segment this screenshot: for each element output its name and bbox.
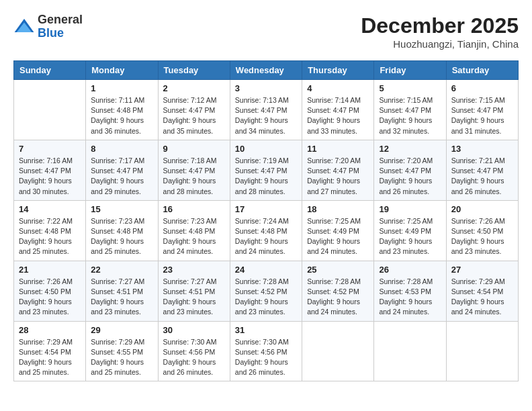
day-info: Sunrise: 7:20 AM Sunset: 4:47 PM Dayligh… <box>307 156 369 197</box>
calendar-cell: 9Sunrise: 7:18 AM Sunset: 4:47 PM Daylig… <box>158 140 230 200</box>
day-number: 17 <box>235 204 297 214</box>
calendar: SundayMondayTuesdayWednesdayThursdayFrid… <box>13 60 519 381</box>
title-area: December 2025 Huozhuangzi, Tianjin, Chin… <box>361 13 519 50</box>
day-number: 12 <box>379 144 441 154</box>
day-info: Sunrise: 7:20 AM Sunset: 4:47 PM Dayligh… <box>379 156 441 197</box>
day-info: Sunrise: 7:23 AM Sunset: 4:48 PM Dayligh… <box>91 216 152 257</box>
day-info: Sunrise: 7:30 AM Sunset: 4:56 PM Dayligh… <box>235 337 297 378</box>
week-row: 7Sunrise: 7:16 AM Sunset: 4:47 PM Daylig… <box>14 140 519 200</box>
day-number: 21 <box>19 265 81 275</box>
calendar-cell: 23Sunrise: 7:27 AM Sunset: 4:51 PM Dayli… <box>158 261 230 321</box>
day-number: 29 <box>91 325 152 335</box>
day-info: Sunrise: 7:14 AM Sunset: 4:47 PM Dayligh… <box>307 95 369 136</box>
column-header-sunday: Sunday <box>14 61 86 80</box>
day-number: 19 <box>379 204 441 214</box>
day-number: 6 <box>451 83 513 93</box>
day-info: Sunrise: 7:16 AM Sunset: 4:47 PM Dayligh… <box>19 156 81 197</box>
day-number: 10 <box>235 144 297 154</box>
calendar-cell: 24Sunrise: 7:28 AM Sunset: 4:52 PM Dayli… <box>230 261 302 321</box>
day-info: Sunrise: 7:22 AM Sunset: 4:48 PM Dayligh… <box>19 216 81 257</box>
day-info: Sunrise: 7:28 AM Sunset: 4:52 PM Dayligh… <box>235 277 297 318</box>
calendar-cell <box>446 321 518 381</box>
day-number: 31 <box>235 325 297 335</box>
calendar-cell: 22Sunrise: 7:27 AM Sunset: 4:51 PM Dayli… <box>86 261 158 321</box>
day-info: Sunrise: 7:15 AM Sunset: 4:47 PM Dayligh… <box>379 95 441 136</box>
day-number: 4 <box>307 83 369 93</box>
day-number: 14 <box>19 204 81 214</box>
location: Huozhuangzi, Tianjin, China <box>361 38 519 50</box>
calendar-cell: 20Sunrise: 7:26 AM Sunset: 4:50 PM Dayli… <box>446 200 518 261</box>
calendar-cell: 10Sunrise: 7:19 AM Sunset: 4:47 PM Dayli… <box>230 140 302 200</box>
day-number: 22 <box>91 265 152 275</box>
day-info: Sunrise: 7:23 AM Sunset: 4:48 PM Dayligh… <box>163 216 225 257</box>
calendar-cell: 4Sunrise: 7:14 AM Sunset: 4:47 PM Daylig… <box>302 80 374 140</box>
week-row: 1Sunrise: 7:11 AM Sunset: 4:48 PM Daylig… <box>14 80 519 140</box>
calendar-cell: 15Sunrise: 7:23 AM Sunset: 4:48 PM Dayli… <box>86 200 158 261</box>
calendar-cell: 1Sunrise: 7:11 AM Sunset: 4:48 PM Daylig… <box>86 80 158 140</box>
day-number: 16 <box>163 204 225 214</box>
day-number: 23 <box>163 265 225 275</box>
day-info: Sunrise: 7:24 AM Sunset: 4:48 PM Dayligh… <box>235 216 297 257</box>
page-header: General Blue December 2025 Huozhuangzi, … <box>13 13 519 50</box>
day-info: Sunrise: 7:28 AM Sunset: 4:53 PM Dayligh… <box>379 277 441 318</box>
calendar-cell: 21Sunrise: 7:26 AM Sunset: 4:50 PM Dayli… <box>14 261 86 321</box>
calendar-cell: 8Sunrise: 7:17 AM Sunset: 4:47 PM Daylig… <box>86 140 158 200</box>
week-row: 21Sunrise: 7:26 AM Sunset: 4:50 PM Dayli… <box>14 261 519 321</box>
calendar-cell: 17Sunrise: 7:24 AM Sunset: 4:48 PM Dayli… <box>230 200 302 261</box>
logo-icon <box>13 16 35 38</box>
calendar-cell: 7Sunrise: 7:16 AM Sunset: 4:47 PM Daylig… <box>14 140 86 200</box>
day-number: 7 <box>19 144 81 154</box>
day-number: 9 <box>163 144 225 154</box>
day-info: Sunrise: 7:27 AM Sunset: 4:51 PM Dayligh… <box>91 277 152 318</box>
calendar-cell: 12Sunrise: 7:20 AM Sunset: 4:47 PM Dayli… <box>374 140 446 200</box>
day-info: Sunrise: 7:29 AM Sunset: 4:54 PM Dayligh… <box>451 277 513 318</box>
day-number: 15 <box>91 204 152 214</box>
day-number: 11 <box>307 144 369 154</box>
week-row: 14Sunrise: 7:22 AM Sunset: 4:48 PM Dayli… <box>14 200 519 261</box>
day-number: 27 <box>451 265 513 275</box>
day-number: 30 <box>163 325 225 335</box>
week-row: 28Sunrise: 7:29 AM Sunset: 4:54 PM Dayli… <box>14 321 519 381</box>
day-info: Sunrise: 7:29 AM Sunset: 4:54 PM Dayligh… <box>19 337 81 378</box>
day-info: Sunrise: 7:29 AM Sunset: 4:55 PM Dayligh… <box>91 337 152 378</box>
calendar-cell: 25Sunrise: 7:28 AM Sunset: 4:52 PM Dayli… <box>302 261 374 321</box>
day-info: Sunrise: 7:25 AM Sunset: 4:49 PM Dayligh… <box>379 216 441 257</box>
column-header-thursday: Thursday <box>302 61 374 80</box>
column-header-tuesday: Tuesday <box>158 61 230 80</box>
header-row: SundayMondayTuesdayWednesdayThursdayFrid… <box>14 61 519 80</box>
logo: General Blue <box>13 13 83 40</box>
calendar-cell: 2Sunrise: 7:12 AM Sunset: 4:47 PM Daylig… <box>158 80 230 140</box>
logo-text: General Blue <box>38 13 83 40</box>
day-number: 8 <box>91 144 152 154</box>
calendar-cell: 13Sunrise: 7:21 AM Sunset: 4:47 PM Dayli… <box>446 140 518 200</box>
calendar-cell: 28Sunrise: 7:29 AM Sunset: 4:54 PM Dayli… <box>14 321 86 381</box>
day-number: 26 <box>379 265 441 275</box>
day-info: Sunrise: 7:11 AM Sunset: 4:48 PM Dayligh… <box>91 95 152 136</box>
calendar-cell: 30Sunrise: 7:30 AM Sunset: 4:56 PM Dayli… <box>158 321 230 381</box>
day-number: 18 <box>307 204 369 214</box>
calendar-cell: 5Sunrise: 7:15 AM Sunset: 4:47 PM Daylig… <box>374 80 446 140</box>
month-title: December 2025 <box>361 13 519 38</box>
day-number: 28 <box>19 325 81 335</box>
day-info: Sunrise: 7:15 AM Sunset: 4:47 PM Dayligh… <box>451 95 513 136</box>
column-header-wednesday: Wednesday <box>230 61 302 80</box>
calendar-cell: 18Sunrise: 7:25 AM Sunset: 4:49 PM Dayli… <box>302 200 374 261</box>
calendar-cell: 16Sunrise: 7:23 AM Sunset: 4:48 PM Dayli… <box>158 200 230 261</box>
day-info: Sunrise: 7:26 AM Sunset: 4:50 PM Dayligh… <box>451 216 513 257</box>
day-info: Sunrise: 7:13 AM Sunset: 4:47 PM Dayligh… <box>235 95 297 136</box>
column-header-monday: Monday <box>86 61 158 80</box>
calendar-cell: 3Sunrise: 7:13 AM Sunset: 4:47 PM Daylig… <box>230 80 302 140</box>
day-info: Sunrise: 7:30 AM Sunset: 4:56 PM Dayligh… <box>163 337 225 378</box>
calendar-cell: 6Sunrise: 7:15 AM Sunset: 4:47 PM Daylig… <box>446 80 518 140</box>
column-header-friday: Friday <box>374 61 446 80</box>
day-info: Sunrise: 7:12 AM Sunset: 4:47 PM Dayligh… <box>163 95 225 136</box>
calendar-cell <box>14 80 86 140</box>
day-info: Sunrise: 7:26 AM Sunset: 4:50 PM Dayligh… <box>19 277 81 318</box>
day-number: 1 <box>91 83 152 93</box>
calendar-cell: 29Sunrise: 7:29 AM Sunset: 4:55 PM Dayli… <box>86 321 158 381</box>
calendar-cell: 31Sunrise: 7:30 AM Sunset: 4:56 PM Dayli… <box>230 321 302 381</box>
column-header-saturday: Saturday <box>446 61 518 80</box>
calendar-cell: 11Sunrise: 7:20 AM Sunset: 4:47 PM Dayli… <box>302 140 374 200</box>
calendar-cell: 26Sunrise: 7:28 AM Sunset: 4:53 PM Dayli… <box>374 261 446 321</box>
day-info: Sunrise: 7:17 AM Sunset: 4:47 PM Dayligh… <box>91 156 152 197</box>
